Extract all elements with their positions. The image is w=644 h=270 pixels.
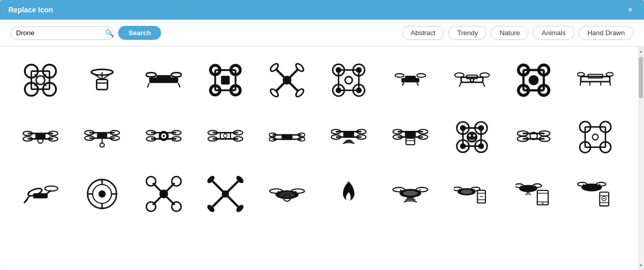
svg-point-216 — [393, 187, 404, 191]
svg-line-62 — [403, 82, 404, 85]
svg-point-221 — [461, 190, 472, 194]
icon-drone-15[interactable] — [257, 109, 317, 166]
search-area: 🔍 Search — [10, 26, 161, 40]
svg-point-238 — [542, 203, 543, 204]
svg-line-63 — [417, 82, 419, 85]
svg-point-22 — [171, 72, 181, 77]
svg-line-15 — [102, 72, 113, 80]
svg-point-125 — [223, 134, 227, 138]
icon-drone-9[interactable] — [504, 52, 564, 109]
filter-abstract[interactable]: Abstract — [402, 26, 445, 40]
svg-point-56 — [356, 87, 362, 93]
svg-point-83 — [528, 75, 539, 85]
svg-point-188 — [98, 190, 106, 198]
svg-point-240 — [578, 183, 587, 186]
svg-point-179 — [593, 134, 598, 140]
svg-rect-106 — [97, 133, 107, 139]
icon-drone-8[interactable] — [442, 52, 502, 109]
filter-trendy[interactable]: Trendy — [448, 26, 486, 40]
scrollbar[interactable]: ▲ ▼ — [638, 47, 644, 270]
svg-point-53 — [336, 67, 341, 73]
svg-line-23 — [147, 83, 149, 87]
replace-icon-dialog: Replace Icon × 🔍 Search Abstract Trendy … — [0, 0, 644, 270]
svg-point-67 — [480, 73, 490, 77]
icon-drone-5[interactable] — [257, 52, 317, 109]
svg-point-55 — [336, 87, 341, 93]
icon-drone-tablet[interactable] — [504, 166, 564, 222]
svg-rect-37 — [221, 76, 230, 85]
svg-point-198 — [171, 202, 181, 211]
svg-rect-235 — [537, 190, 548, 205]
svg-point-161 — [467, 132, 478, 143]
icon-drone-camera2[interactable] — [566, 166, 625, 222]
svg-point-215 — [403, 191, 418, 196]
filter-animals[interactable]: Animals — [533, 26, 574, 40]
search-icon: 🔍 — [105, 29, 114, 37]
svg-point-8 — [36, 76, 45, 85]
icon-drone-4[interactable] — [195, 52, 255, 109]
search-input[interactable] — [16, 29, 103, 37]
svg-rect-139 — [343, 132, 354, 138]
svg-point-60 — [395, 73, 404, 77]
icon-drone-16[interactable] — [319, 109, 378, 166]
svg-point-160 — [478, 143, 484, 149]
svg-point-230 — [519, 185, 537, 192]
icon-drone-10[interactable] — [566, 52, 625, 109]
toolbar: 🔍 Search Abstract Trendy Nature Animals … — [0, 20, 644, 47]
icon-drone-14[interactable] — [195, 109, 255, 166]
svg-point-157 — [460, 125, 466, 131]
icon-drone-22[interactable] — [72, 166, 132, 222]
icon-drone-20[interactable] — [566, 109, 625, 166]
icon-flame[interactable] — [319, 166, 378, 222]
icon-drone-27[interactable] — [381, 166, 440, 222]
icon-drone-13[interactable] — [134, 109, 193, 166]
svg-point-162 — [469, 134, 471, 137]
search-button[interactable]: Search — [118, 26, 161, 40]
icon-drone-12[interactable] — [72, 109, 132, 166]
icon-drone-17[interactable] — [381, 109, 440, 166]
icon-drone-23[interactable] — [134, 166, 193, 222]
search-input-wrap: 🔍 — [10, 26, 114, 40]
svg-line-69 — [483, 82, 485, 86]
close-button[interactable]: × — [625, 4, 636, 16]
icon-drone-2[interactable] — [72, 52, 132, 109]
icon-drone-1[interactable] — [10, 52, 70, 109]
svg-rect-147 — [406, 138, 415, 145]
svg-point-54 — [356, 67, 362, 73]
svg-line-88 — [580, 82, 581, 86]
icon-drone-18[interactable] — [442, 109, 502, 166]
svg-point-158 — [478, 125, 484, 131]
svg-point-117 — [163, 135, 165, 137]
svg-rect-84 — [581, 77, 610, 82]
filter-hand-drawn[interactable]: Hand Drawn — [579, 26, 634, 40]
svg-line-68 — [460, 82, 462, 86]
icon-drone-19[interactable] — [504, 109, 564, 166]
svg-rect-20 — [156, 75, 171, 79]
scroll-down-arrow[interactable]: ▼ — [638, 262, 643, 269]
content-area: ▲ ▼ — [0, 47, 644, 270]
icon-drone-3[interactable] — [134, 52, 193, 109]
icon-drone-7[interactable] — [381, 52, 440, 109]
scroll-up-arrow[interactable]: ▲ — [638, 48, 643, 55]
svg-point-87 — [606, 72, 613, 76]
svg-line-89 — [610, 82, 610, 86]
svg-point-21 — [146, 72, 156, 77]
dialog-header: Replace Icon × — [0, 0, 644, 20]
filter-nature[interactable]: Nature — [491, 26, 528, 40]
icon-drone-24[interactable] — [195, 166, 255, 222]
svg-point-61 — [417, 73, 426, 77]
icon-drone-phone1[interactable] — [442, 166, 502, 222]
icon-drone-6[interactable] — [319, 52, 378, 109]
scroll-thumb[interactable] — [639, 57, 643, 98]
svg-rect-17 — [96, 80, 107, 90]
svg-point-217 — [416, 187, 427, 191]
svg-rect-132 — [281, 134, 292, 140]
icon-drone-11[interactable] — [10, 109, 70, 166]
icon-drone-21[interactable] — [10, 166, 70, 222]
svg-point-206 — [222, 190, 229, 198]
svg-line-24 — [178, 83, 180, 87]
svg-point-57 — [345, 77, 352, 84]
filter-area: Abstract Trendy Nature Animals Hand Draw… — [402, 26, 634, 40]
icon-drone-25[interactable] — [257, 166, 317, 222]
dialog-title: Replace Icon — [8, 6, 53, 14]
